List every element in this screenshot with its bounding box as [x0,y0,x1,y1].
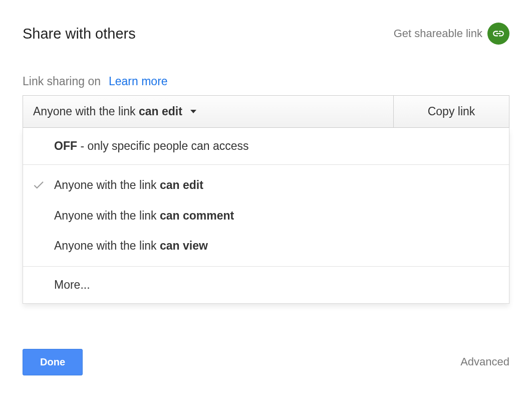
menu-item-bold: can edit [160,178,203,191]
menu-item-off-bold: OFF [54,139,77,152]
done-button[interactable]: Done [23,349,83,375]
chevron-down-icon [190,110,196,113]
menu-item-prefix: Anyone with the link [54,178,160,191]
menu-item-can-view[interactable]: Anyone with the link can view [23,231,509,261]
menu-item-more-label: More... [54,276,90,294]
menu-item-off[interactable]: OFF - only specific people can access [23,128,509,164]
advanced-link[interactable]: Advanced [460,355,509,368]
menu-item-can-edit[interactable]: Anyone with the link can edit [23,170,509,201]
dropdown-bold: can edit [139,105,182,118]
copy-link-button[interactable]: Copy link [394,96,509,127]
menu-item-bold: can view [160,239,208,252]
get-shareable-link-label: Get shareable link [394,27,482,40]
menu-item-off-rest: - only specific people can access [77,139,249,152]
link-permission-dropdown[interactable]: Anyone with the link can edit [23,96,394,127]
link-icon [487,23,509,45]
learn-more-link[interactable]: Learn more [109,75,168,88]
menu-item-more[interactable]: More... [23,267,509,303]
link-permission-menu: OFF - only specific people can access An… [23,128,509,304]
menu-item-can-comment[interactable]: Anyone with the link can comment [23,201,509,231]
dialog-title: Share with others [23,26,136,42]
check-icon [32,178,45,191]
menu-item-prefix: Anyone with the link [54,209,160,222]
menu-item-prefix: Anyone with the link [54,239,160,252]
dropdown-prefix: Anyone with the link [33,105,139,118]
menu-item-bold: can comment [160,209,234,222]
link-sharing-status: Link sharing on [23,75,101,88]
get-shareable-link-button[interactable]: Get shareable link [394,23,509,45]
